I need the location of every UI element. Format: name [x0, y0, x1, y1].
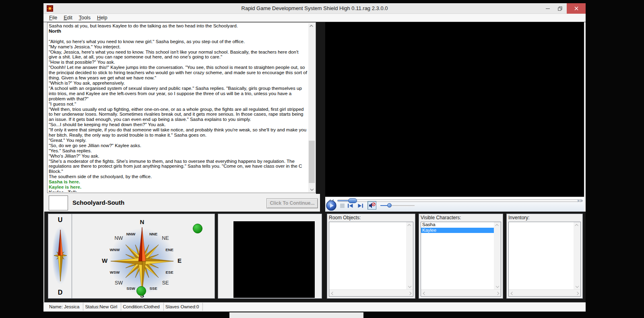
scroll-up-button[interactable]: [308, 23, 315, 30]
story-line: "Who's Jillian?" You ask.: [49, 154, 308, 159]
horizontal-scrollbar[interactable]: [421, 289, 501, 296]
compass-label-w: W: [102, 257, 108, 264]
window-title: Rapid Game Development System Shield Hig…: [43, 3, 586, 14]
compass-label-ene: ENE: [165, 247, 173, 252]
scroll-down-button[interactable]: [308, 185, 315, 192]
story-text: Sasha nods at you, but leaves Kaylee to …: [49, 23, 308, 192]
story-line: "A school with an organised system of se…: [49, 86, 308, 102]
restore-icon: [558, 6, 562, 11]
stop-button[interactable]: [340, 204, 345, 208]
speaker-muted-icon: [369, 202, 376, 209]
menu-item-edit[interactable]: Edit: [60, 14, 76, 22]
vertical-scrollbar[interactable]: [406, 222, 413, 289]
scroll-right-button[interactable]: [495, 290, 500, 297]
previous-button[interactable]: [347, 203, 353, 208]
inventory-items[interactable]: [509, 222, 574, 289]
location-name: Schoolyard-South: [72, 194, 124, 212]
character-item-kaylee[interactable]: Kaylee: [421, 228, 494, 233]
scroll-left-button[interactable]: [422, 290, 427, 297]
visible-characters-label: Visible Characters:: [421, 215, 461, 220]
story-line: [49, 34, 308, 39]
next-button[interactable]: [357, 203, 363, 208]
room-objects-label: Room Objects:: [329, 215, 361, 220]
scroll-left-button[interactable]: [330, 290, 335, 297]
scroll-up-button[interactable]: [406, 223, 413, 228]
story-line: Sasha nods at you, but leaves Kaylee to …: [49, 23, 308, 29]
room-image: [233, 221, 315, 298]
story-line: Sasha is here.: [49, 179, 308, 185]
story-line: The southern side of the schoolyard, by …: [49, 174, 308, 179]
down-label: D: [48, 289, 72, 296]
location-bar: Schoolyard-South Click To Continue...: [45, 194, 320, 212]
scroll-down-button[interactable]: [494, 283, 501, 289]
compass-label-sse: SSE: [149, 286, 157, 291]
story-line: "If only it were that simple, if you do …: [49, 127, 308, 138]
horizontal-scrollbar[interactable]: [329, 289, 413, 296]
up-down-indicator: U D: [48, 214, 72, 298]
video-display: [325, 22, 584, 197]
story-line: "Okay, Jessica, here's what you need to …: [49, 50, 308, 60]
volume-slider-thumb[interactable]: [387, 203, 392, 208]
vertical-scrollbar[interactable]: [494, 222, 501, 289]
volume-slider-track[interactable]: [389, 205, 415, 206]
chevron-down-icon: [310, 187, 313, 190]
visible-characters-items[interactable]: SashaKaylee: [421, 222, 494, 289]
app-window: Rapid Game Development System Shield Hig…: [43, 3, 586, 312]
menu-bar: FileEditToolsHelp: [43, 14, 586, 22]
continue-button[interactable]: Click To Continue...: [266, 198, 318, 208]
title-bar: Rapid Game Development System Shield Hig…: [43, 3, 586, 14]
exit-dot-south[interactable]: [137, 287, 146, 296]
scrollbar-thumb[interactable]: [309, 141, 315, 183]
compass-label-nnw: NNW: [126, 232, 136, 236]
media-controls: [325, 197, 584, 212]
visible-characters-panel: Visible Characters: SashaKaylee: [419, 214, 503, 299]
compass-label-ssw: SSW: [126, 286, 135, 291]
chevron-up-icon: [310, 25, 313, 28]
exit-dot-top-right[interactable]: [193, 224, 202, 233]
scroll-up-button[interactable]: [574, 223, 580, 228]
scroll-left-button[interactable]: [510, 290, 515, 297]
minimize-button[interactable]: [542, 3, 554, 14]
story-line: Kaylee - Talk: [49, 190, 308, 192]
scroll-down-button[interactable]: [406, 283, 413, 289]
story-scrollbar[interactable]: [308, 23, 315, 192]
compass-label-sw: SW: [115, 280, 123, 286]
compass-label-n: N: [140, 218, 144, 225]
inventory-list[interactable]: [508, 222, 581, 297]
status-item: Name: Jessica: [47, 303, 83, 311]
story-line: "Great." You reply.: [49, 138, 308, 143]
horizontal-scrollbar[interactable]: [509, 289, 580, 296]
scroll-right-button[interactable]: [407, 290, 412, 297]
visible-characters-list[interactable]: SashaKaylee: [421, 222, 501, 297]
status-item: Status:New Girl: [83, 303, 121, 311]
play-button[interactable]: [326, 200, 336, 211]
compass-label-se: SE: [162, 280, 169, 286]
inventory-label: Inventory:: [508, 215, 530, 220]
menu-item-file[interactable]: File: [46, 14, 60, 22]
restore-button[interactable]: [554, 3, 566, 14]
seek-slider-thumb[interactable]: [348, 198, 357, 203]
room-objects-items[interactable]: [329, 222, 406, 289]
room-objects-list[interactable]: [329, 222, 413, 297]
chevron-left-icon: [510, 291, 514, 295]
compass-label-nw: NW: [115, 235, 123, 241]
story-line: "Ooohh! Let me answer this!" Kaylee jump…: [49, 65, 308, 81]
chevron-right-icon: [408, 291, 411, 295]
scroll-down-button[interactable]: [574, 283, 580, 289]
scroll-right-button[interactable]: [574, 290, 580, 297]
scroll-up-button[interactable]: [494, 223, 501, 228]
menu-item-help[interactable]: Help: [94, 14, 111, 22]
story-line: "So, do we go see Jillian now?" Kaylee a…: [49, 143, 308, 148]
chevron-left-icon: [331, 291, 334, 295]
close-button[interactable]: [567, 3, 586, 14]
next-icon: [357, 203, 363, 208]
menu-item-tools[interactable]: Tools: [76, 14, 94, 22]
vertical-scrollbar[interactable]: [574, 222, 580, 289]
mute-button[interactable]: [367, 201, 376, 210]
compass-label-ese: ESE: [165, 270, 173, 274]
previous-icon: [347, 203, 353, 208]
status-item: Condition:Clothed: [121, 303, 163, 311]
character-item-sasha[interactable]: Sasha: [421, 222, 494, 228]
stop-icon: [340, 204, 345, 208]
up-label: U: [48, 216, 72, 224]
